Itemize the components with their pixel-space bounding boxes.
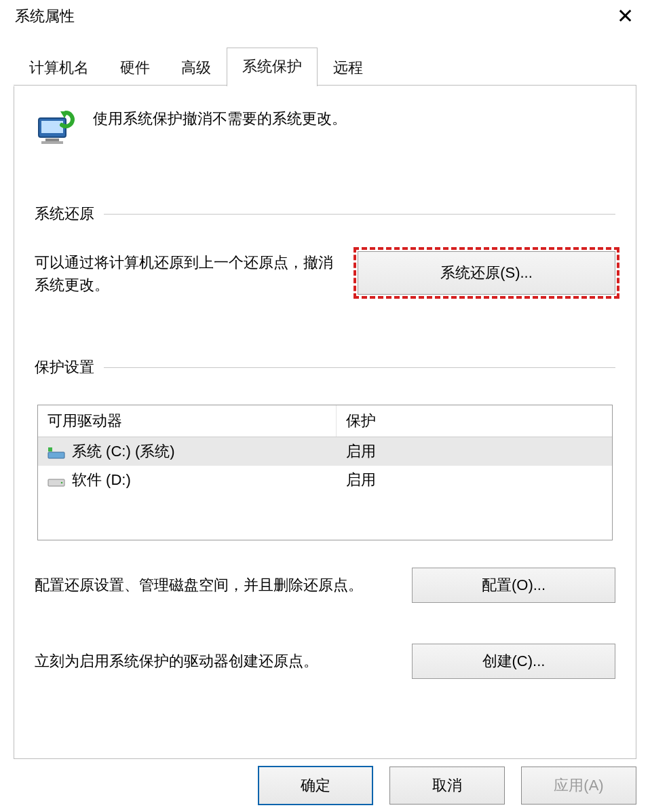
drive-protection: 启用 bbox=[337, 437, 612, 466]
restore-description: 可以通过将计算机还原到上一个还原点，撤消系统更改。 bbox=[35, 251, 341, 296]
tab-computer-name[interactable]: 计算机名 bbox=[14, 50, 104, 86]
window-title: 系统属性 bbox=[15, 6, 75, 26]
drive-protection: 启用 bbox=[337, 466, 612, 494]
table-row[interactable]: 软件 (D:) 启用 bbox=[38, 466, 612, 494]
tab-bottom-line bbox=[14, 85, 636, 86]
system-protection-icon bbox=[35, 106, 78, 149]
drive-name: 系统 (C:) (系统) bbox=[72, 441, 175, 462]
system-restore-button[interactable]: 系统还原(S)... bbox=[358, 251, 615, 295]
configure-row: 配置还原设置、管理磁盘空间，并且删除还原点。 配置(O)... bbox=[35, 568, 615, 603]
titlebar: 系统属性 ✕ bbox=[0, 0, 650, 33]
drive-name: 软件 (D:) bbox=[72, 470, 131, 490]
drive-table-header: 可用驱动器 保护 bbox=[38, 405, 612, 437]
dialog-footer: 确定 取消 应用(A) bbox=[0, 759, 650, 812]
restore-row: 可以通过将计算机还原到上一个还原点，撤消系统更改。 系统还原(S)... bbox=[35, 251, 615, 296]
svg-rect-3 bbox=[41, 141, 63, 144]
col-protection[interactable]: 保护 bbox=[337, 405, 612, 437]
svg-rect-6 bbox=[48, 447, 52, 451]
apply-button[interactable]: 应用(A) bbox=[521, 767, 636, 805]
cancel-button[interactable]: 取消 bbox=[389, 767, 505, 805]
table-row[interactable]: 系统 (C:) (系统) 启用 bbox=[38, 437, 612, 466]
system-drive-icon bbox=[47, 445, 65, 458]
tabstrip: 计算机名 硬件 高级 系统保护 远程 bbox=[0, 33, 650, 86]
close-icon[interactable]: ✕ bbox=[610, 3, 641, 29]
section-restore-header: 系统还原 bbox=[35, 204, 615, 224]
drive-icon bbox=[47, 474, 65, 486]
section-protect-title: 保护设置 bbox=[35, 357, 94, 377]
system-properties-window: 系统属性 ✕ 计算机名 硬件 高级 系统保护 远程 使用系统保护撤消不需要的系统… bbox=[0, 0, 650, 812]
col-drive[interactable]: 可用驱动器 bbox=[38, 405, 337, 437]
create-description: 立刻为启用系统保护的驱动器创建还原点。 bbox=[35, 651, 396, 671]
svg-rect-2 bbox=[45, 139, 59, 141]
configure-description: 配置还原设置、管理磁盘空间，并且删除还原点。 bbox=[35, 575, 396, 595]
divider-line bbox=[104, 214, 615, 215]
section-protect-header: 保护设置 bbox=[35, 357, 615, 377]
create-row: 立刻为启用系统保护的驱动器创建还原点。 创建(C)... bbox=[35, 644, 615, 679]
ok-button[interactable]: 确定 bbox=[258, 766, 373, 805]
tab-panel-system-protection: 使用系统保护撤消不需要的系统更改。 系统还原 可以通过将计算机还原到上一个还原点… bbox=[14, 86, 636, 759]
tab-hardware[interactable]: 硬件 bbox=[104, 50, 166, 86]
section-restore-title: 系统还原 bbox=[35, 204, 94, 224]
divider-line bbox=[104, 367, 615, 368]
configure-button[interactable]: 配置(O)... bbox=[412, 568, 615, 603]
tab-advanced[interactable]: 高级 bbox=[166, 50, 227, 86]
hero-text: 使用系统保护撤消不需要的系统更改。 bbox=[93, 109, 347, 129]
svg-point-8 bbox=[61, 482, 63, 484]
tab-system-protection[interactable]: 系统保护 bbox=[227, 48, 318, 86]
drive-table: 可用驱动器 保护 系统 (C:) (系统) 启用 bbox=[37, 405, 613, 540]
create-button[interactable]: 创建(C)... bbox=[412, 644, 615, 679]
svg-rect-5 bbox=[48, 452, 64, 458]
tab-remote[interactable]: 远程 bbox=[318, 50, 379, 86]
svg-rect-1 bbox=[41, 121, 63, 133]
hero-row: 使用系统保护撤消不需要的系统更改。 bbox=[35, 106, 615, 149]
